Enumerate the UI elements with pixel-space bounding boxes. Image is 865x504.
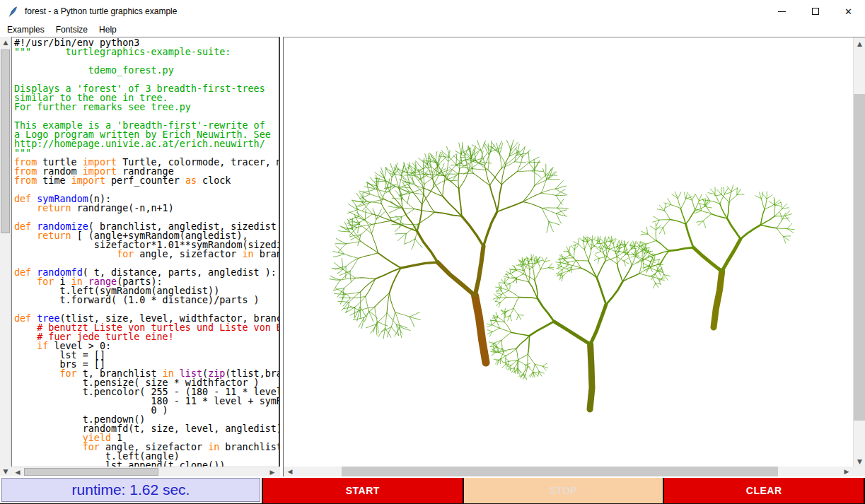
code-line: For further remarks see tree.py — [14, 102, 279, 112]
scroll-left-icon[interactable]: ◀ — [285, 467, 295, 476]
maximize-button[interactable] — [799, 0, 832, 23]
app-window: forest - a Python turtle graphics exampl… — [0, 0, 865, 504]
window-title: forest - a Python turtle graphics exampl… — [25, 6, 177, 16]
code-text: #!/usr/bin/env python3""" turtlegraphics… — [14, 38, 279, 467]
code-line: http://homepage.univie.ac.at/erich.neuwi… — [14, 139, 279, 148]
tree-3 — [637, 185, 794, 327]
editor-scroll-corner: ▼ — [0, 467, 11, 476]
canvas-scroll-corner — [853, 467, 865, 476]
scroll-right-icon[interactable]: ▶ — [842, 467, 852, 476]
code-line: return randrange(-n,n+1) — [14, 204, 279, 213]
menu-help[interactable]: Help — [93, 23, 122, 36]
forest-drawing — [284, 37, 856, 467]
editor-horizontal-scrollbar[interactable]: ◀ ▶ — [11, 467, 280, 476]
code-line: t.forward( (1.0 * distance)/parts ) — [14, 295, 279, 305]
window-controls: ✕ — [765, 0, 865, 23]
start-button[interactable]: START — [263, 478, 463, 503]
scroll-right-icon[interactable]: ▶ — [267, 467, 277, 477]
editor-vscroll-thumb[interactable] — [1, 49, 10, 233]
clear-button[interactable]: CLEAR — [664, 478, 864, 503]
bottom-bar: runtime: 1.62 sec. START STOP CLEAR — [0, 476, 865, 503]
turtle-canvas[interactable]: ▲ ▼ ◀ ▶ — [283, 37, 865, 476]
tree-2 — [487, 235, 664, 409]
canvas-vscroll-thumb[interactable] — [854, 94, 865, 421]
code-line: tdemo_forest.py — [14, 66, 279, 75]
control-buttons: START STOP CLEAR — [262, 478, 865, 503]
menu-fontsize[interactable]: Fontsize — [50, 23, 93, 36]
scroll-down-icon[interactable]: ▼ — [0, 467, 11, 476]
canvas-vertical-scrollbar[interactable]: ▲ ▼ — [853, 37, 865, 467]
code-line: """ turtlegraphics-example-suite: — [14, 47, 279, 57]
titlebar: forest - a Python turtle graphics exampl… — [0, 0, 865, 23]
menu-examples[interactable]: Examples — [1, 23, 50, 36]
editor-hscroll-thumb[interactable] — [24, 468, 158, 476]
scroll-down-icon[interactable]: ▼ — [854, 457, 865, 467]
main-area: ▲ #!/usr/bin/env python3""" turtlegraphi… — [0, 37, 865, 476]
tree-1 — [330, 140, 569, 363]
maximize-icon — [812, 8, 819, 15]
canvas-hscroll-thumb[interactable] — [342, 467, 778, 476]
minimize-icon — [778, 11, 786, 12]
runtime-display: runtime: 1.62 sec. — [1, 478, 260, 502]
scroll-up-icon[interactable]: ▲ — [854, 39, 865, 49]
code-line: from time import perf_counter as clock — [14, 176, 279, 185]
code-view[interactable]: #!/usr/bin/env python3""" turtlegraphics… — [11, 37, 280, 467]
editor-vertical-scrollbar[interactable]: ▲ — [0, 37, 11, 467]
canvas-horizontal-scrollbar[interactable]: ◀ ▶ — [284, 467, 853, 476]
feather-icon — [8, 6, 19, 17]
stop-button: STOP — [464, 478, 663, 503]
close-button[interactable]: ✕ — [832, 0, 865, 23]
scroll-up-icon[interactable]: ▲ — [0, 37, 11, 48]
runtime-text: runtime: 1.62 sec. — [72, 481, 190, 498]
code-line: lst.append(t.clone()) — [14, 461, 279, 467]
code-line: for angle, sizefactor in branchlist ] — [14, 250, 279, 259]
scroll-left-icon[interactable]: ◀ — [13, 467, 23, 477]
code-pane: ▲ #!/usr/bin/env python3""" turtlegraphi… — [0, 37, 280, 476]
status-area: runtime: 1.62 sec. — [0, 478, 262, 503]
minimize-button[interactable] — [765, 0, 799, 23]
close-icon: ✕ — [844, 6, 852, 17]
menubar: Examples Fontsize Help — [0, 23, 865, 37]
